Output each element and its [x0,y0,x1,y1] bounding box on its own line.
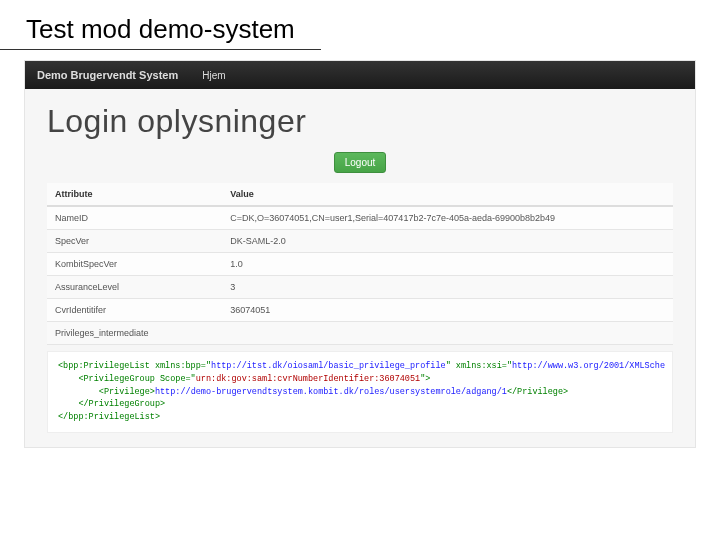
attributes-table: Attribute Value NameID C=DK,O=36074051,C… [47,183,673,345]
navbar: Demo Brugervendt System Hjem [25,61,695,89]
cell-attr: NameID [47,206,222,230]
th-value: Value [222,183,673,206]
cell-value: 36074051 [222,299,673,322]
table-row: AssuranceLevel 3 [47,276,673,299]
xml-line: <Privilege>http://demo-brugervendtsystem… [58,386,662,399]
xml-line: <bpp:PrivilegeList xmlns:bpp="http://its… [58,360,662,373]
cell-attr: CvrIdentitifer [47,299,222,322]
cell-value [222,322,673,345]
cell-attr: SpecVer [47,230,222,253]
content-area: Login oplysninger Logout Attribute Value… [25,89,695,447]
logout-button[interactable]: Logout [334,152,387,173]
cell-value: 1.0 [222,253,673,276]
cell-attr: AssuranceLevel [47,276,222,299]
slide-title: Test mod demo-system [0,0,321,50]
table-row: KombitSpecVer 1.0 [47,253,673,276]
table-row: CvrIdentitifer 36074051 [47,299,673,322]
cell-value: 3 [222,276,673,299]
cell-value: C=DK,O=36074051,CN=user1,Serial=407417b2… [222,206,673,230]
page-title: Login oplysninger [47,103,673,140]
cell-attr: Privileges_intermediate [47,322,222,345]
app-frame: Demo Brugervendt System Hjem Login oplys… [24,60,696,448]
table-row: NameID C=DK,O=36074051,CN=user1,Serial=4… [47,206,673,230]
table-row: SpecVer DK-SAML-2.0 [47,230,673,253]
xml-line: </PrivilegeGroup> [58,398,662,411]
table-row: Privileges_intermediate [47,322,673,345]
xml-line: </bpp:PrivilegeList> [58,411,662,424]
xml-privileges-block: <bpp:PrivilegeList xmlns:bpp="http://its… [47,351,673,433]
cell-attr: KombitSpecVer [47,253,222,276]
xml-line: <PrivilegeGroup Scope="urn:dk:gov:saml:c… [58,373,662,386]
navbar-brand[interactable]: Demo Brugervendt System [37,69,178,81]
nav-item-hjem[interactable]: Hjem [194,70,233,81]
th-attribute: Attribute [47,183,222,206]
cell-value: DK-SAML-2.0 [222,230,673,253]
